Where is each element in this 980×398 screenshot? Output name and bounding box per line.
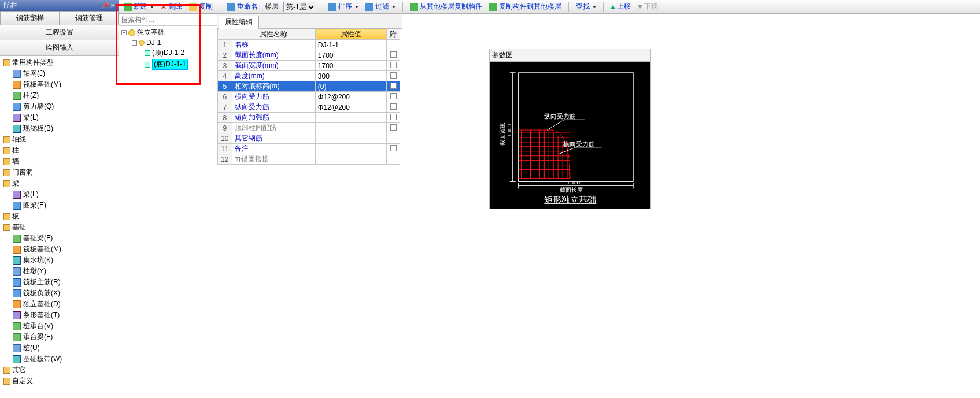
property-row[interactable]: 10其它钢筋: [218, 133, 400, 144]
tree-group[interactable]: 轴线: [2, 134, 119, 145]
prop-chk[interactable]: [387, 123, 400, 133]
property-row[interactable]: 5相对底标高(m)(0): [218, 81, 400, 92]
tree-item[interactable]: 现浇板(B): [2, 123, 119, 134]
tree-item[interactable]: 独立基础(D): [2, 299, 119, 310]
tree-item[interactable]: 基础板带(W): [2, 354, 119, 364]
prop-value[interactable]: (0): [315, 81, 387, 92]
btn-move-up[interactable]: 上移: [608, 1, 633, 13]
tab-property-edit[interactable]: 属性编辑: [219, 16, 259, 29]
property-row[interactable]: 8短向加强筋: [218, 113, 400, 123]
prop-chk[interactable]: [387, 133, 400, 144]
prop-chk[interactable]: [387, 144, 400, 154]
tree-item[interactable]: 轴网(J): [2, 68, 119, 79]
tree-item[interactable]: 基础梁(F): [2, 233, 119, 244]
tree-node-top[interactable]: (顶)DJ-1-2: [119, 47, 217, 58]
property-row[interactable]: 3截面宽度(mm)1700: [218, 61, 400, 71]
nav-project-settings[interactable]: 工程设置: [0, 25, 119, 40]
prop-value[interactable]: Φ12@200: [315, 102, 387, 113]
tree-group[interactable]: 板: [2, 211, 119, 222]
tree-group[interactable]: 墙: [2, 156, 119, 167]
prop-value[interactable]: 300: [315, 71, 387, 81]
tree-item[interactable]: 桩承台(V): [2, 321, 119, 332]
checkbox-icon[interactable]: [390, 93, 397, 99]
tree-item[interactable]: 筏板主筋(R): [2, 277, 119, 288]
btn-rename[interactable]: 重命名: [225, 1, 260, 13]
tree-item[interactable]: 梁(L): [2, 189, 119, 200]
prop-value[interactable]: [315, 123, 387, 133]
prop-value[interactable]: [315, 154, 387, 165]
prop-value[interactable]: 1700: [315, 61, 387, 71]
tree-item[interactable]: 筏板基础(M): [2, 244, 119, 255]
prop-value[interactable]: Φ12@200: [315, 92, 387, 102]
tree-item[interactable]: 桩(U): [2, 343, 119, 354]
tree-group[interactable]: 常用构件类型: [2, 57, 119, 68]
prop-value[interactable]: [315, 113, 387, 123]
collapse-icon[interactable]: −: [132, 40, 137, 46]
prop-chk[interactable]: [387, 50, 400, 61]
tree-item[interactable]: 筏板负筋(X): [2, 288, 119, 299]
tree-item[interactable]: 筏板基础(M): [2, 79, 119, 90]
btn-sort[interactable]: 排序: [326, 1, 361, 13]
prop-chk[interactable]: [387, 154, 400, 165]
tree-node-dj1[interactable]: − DJ-1: [119, 38, 217, 47]
checkbox-icon[interactable]: [390, 124, 397, 131]
tree-node-bottom[interactable]: (底)DJ-1-1: [119, 58, 217, 70]
tree-item[interactable]: 集水坑(K): [2, 255, 119, 266]
nav-draw-input[interactable]: 绘图输入: [0, 40, 119, 55]
prop-chk[interactable]: [387, 40, 400, 50]
prop-chk[interactable]: [387, 92, 400, 102]
property-row[interactable]: 12+锚固搭接: [218, 154, 400, 165]
tab-rebar-layout[interactable]: 钢筋翻样: [0, 11, 60, 25]
tree-group[interactable]: 门窗洞: [2, 167, 119, 178]
property-row[interactable]: 6横向受力筋Φ12@200: [218, 92, 400, 102]
prop-chk[interactable]: [387, 81, 400, 92]
prop-value[interactable]: [315, 144, 387, 154]
tree-item[interactable]: 承台梁(F): [2, 332, 119, 343]
prop-chk[interactable]: [387, 102, 400, 113]
prop-value[interactable]: DJ-1-1: [315, 40, 387, 50]
tree-group[interactable]: 自定义: [2, 375, 119, 386]
prop-value[interactable]: 1700: [315, 50, 387, 61]
pin-icon[interactable]: 📌 ✕: [102, 2, 115, 9]
tree-group[interactable]: 柱: [2, 145, 119, 156]
checkbox-icon[interactable]: [390, 145, 397, 151]
checkbox-icon[interactable]: [390, 51, 397, 58]
btn-copy-from-floor[interactable]: 从其他楼层复制构件: [408, 1, 485, 13]
search-input[interactable]: [121, 15, 215, 24]
prop-chk[interactable]: [387, 113, 400, 123]
tree-item[interactable]: 柱墩(Y): [2, 266, 119, 277]
nav-tree[interactable]: 常用构件类型轴网(J)筏板基础(M)柱(Z)剪力墙(Q)梁(L)现浇板(B)轴线…: [0, 55, 119, 398]
prop-chk[interactable]: [387, 71, 400, 81]
btn-filter[interactable]: 过滤: [363, 1, 398, 13]
expand-icon[interactable]: +: [235, 157, 240, 162]
btn-new[interactable]: 新建: [121, 1, 156, 13]
property-row[interactable]: 9顶部柱间配筋: [218, 123, 400, 133]
tree-group[interactable]: 梁: [2, 178, 119, 189]
tree-node-root[interactable]: − 独立基础: [119, 27, 217, 38]
checkbox-icon[interactable]: [390, 83, 397, 89]
prop-value[interactable]: [315, 133, 387, 144]
checkbox-icon[interactable]: [390, 62, 397, 68]
collapse-icon[interactable]: −: [121, 30, 127, 35]
checkbox-icon[interactable]: [390, 72, 397, 79]
tab-rebar-manage[interactable]: 钢筋管理: [60, 11, 119, 25]
tree-item[interactable]: 圈梁(E): [2, 200, 119, 211]
btn-delete[interactable]: ✕删除: [158, 1, 184, 13]
property-row[interactable]: 2截面长度(mm)1700: [218, 50, 400, 61]
tree-item[interactable]: 剪力墙(Q): [2, 101, 119, 112]
property-row[interactable]: 4高度(mm)300: [218, 71, 400, 81]
component-tree[interactable]: − 独立基础 − DJ-1 (顶)DJ-1-2: [119, 26, 217, 398]
checkbox-icon[interactable]: [390, 114, 397, 120]
tree-item[interactable]: 柱(Z): [2, 90, 119, 101]
property-row[interactable]: 11备注: [218, 144, 400, 154]
tree-group[interactable]: 其它: [2, 364, 119, 375]
tree-group[interactable]: 基础: [2, 222, 119, 233]
btn-copy[interactable]: 复制: [187, 1, 215, 13]
btn-find[interactable]: 查找: [574, 1, 598, 13]
checkbox-icon[interactable]: [390, 103, 397, 110]
property-row[interactable]: 1名称DJ-1-1: [218, 40, 400, 50]
tree-item[interactable]: 条形基础(T): [2, 310, 119, 321]
prop-chk[interactable]: [387, 61, 400, 71]
btn-copy-to-floor[interactable]: 复制构件到其他楼层: [487, 1, 564, 13]
property-row[interactable]: 7纵向受力筋Φ12@200: [218, 102, 400, 113]
